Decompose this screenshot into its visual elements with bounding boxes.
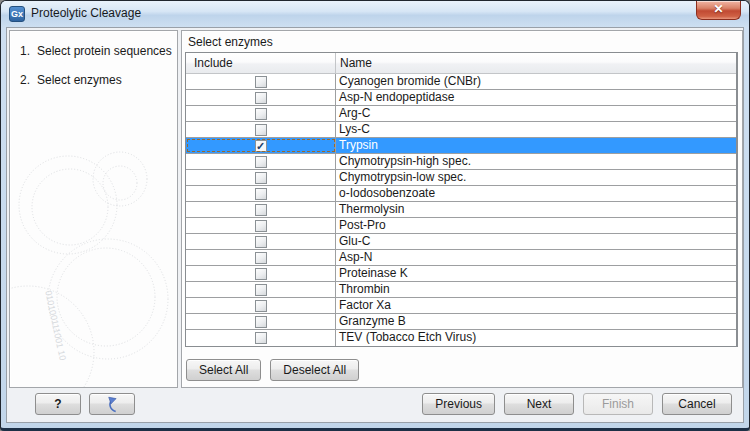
table-row[interactable]: Asp-N endopeptidase <box>186 90 736 106</box>
step-list: 1. Select protein sequences 2. Select en… <box>10 31 177 87</box>
include-cell <box>186 74 336 89</box>
include-cell <box>186 90 336 105</box>
include-cell <box>186 282 336 297</box>
enzyme-name: Granzyme B <box>336 314 736 329</box>
table-row[interactable]: Asp-N <box>186 250 736 266</box>
table-row[interactable]: Glu-C <box>186 234 736 250</box>
checkbox-unchecked[interactable] <box>255 204 267 216</box>
table-row[interactable]: TEV (Tobacco Etch Virus) <box>186 330 736 346</box>
enzyme-name: Thrombin <box>336 282 736 297</box>
reset-wizard-button[interactable] <box>89 393 135 415</box>
include-cell <box>186 234 336 249</box>
checkbox-unchecked[interactable] <box>255 316 267 328</box>
undo-arrow-icon <box>103 396 121 414</box>
step-select-enzymes: 2. Select enzymes <box>20 73 173 87</box>
window-title: Proteolytic Cleavage <box>31 1 141 26</box>
checkbox-unchecked[interactable] <box>255 76 267 88</box>
app-icon: Gx <box>9 6 25 22</box>
table-header: Include Name <box>186 53 736 74</box>
table-row[interactable]: Granzyme B <box>186 314 736 330</box>
next-button[interactable]: Next <box>504 393 574 415</box>
enzyme-table: Include Name Cyanogen bromide (CNBr)Asp-… <box>185 52 738 347</box>
checkbox-unchecked[interactable] <box>255 108 267 120</box>
checkbox-unchecked[interactable] <box>255 268 267 280</box>
wizard-steps-sidebar: 1. Select protein sequences 2. Select en… <box>9 30 178 388</box>
include-cell <box>186 106 336 121</box>
checkbox-unchecked[interactable] <box>255 252 267 264</box>
enzyme-name: Arg-C <box>336 106 736 121</box>
table-row[interactable]: Lys-C <box>186 122 736 138</box>
enzyme-name: Asp-N <box>336 250 736 265</box>
help-button[interactable]: ? <box>35 393 81 415</box>
close-icon: ✕ <box>713 2 723 16</box>
table-row[interactable]: Thrombin <box>186 282 736 298</box>
proteolytic-cleavage-dialog: Gx Proteolytic Cleavage ✕ 1. Select prot… <box>0 0 750 431</box>
previous-button[interactable]: Previous <box>422 393 495 415</box>
table-row[interactable]: ✓Trypsin <box>186 138 736 154</box>
enzyme-table-body: Cyanogen bromide (CNBr)Asp-N endopeptida… <box>186 74 736 346</box>
table-buttons: Select All Deselect All <box>186 359 359 381</box>
include-cell <box>186 298 336 313</box>
table-row[interactable]: Chymotrypsin-low spec. <box>186 170 736 186</box>
step-number: 2. <box>20 73 37 87</box>
include-cell <box>186 186 336 201</box>
panel-label: Select enzymes <box>188 35 273 49</box>
footer-left-buttons: ? <box>35 393 135 415</box>
finish-button[interactable]: Finish <box>583 393 653 415</box>
watermark-logo: 010100111001 10 <box>10 137 178 387</box>
enzyme-name: o-Iodosobenzoate <box>336 186 736 201</box>
enzyme-name: TEV (Tobacco Etch Virus) <box>336 330 736 346</box>
enzyme-name: Asp-N endopeptidase <box>336 90 736 105</box>
titlebar[interactable]: Gx Proteolytic Cleavage ✕ <box>1 1 749 27</box>
watermark-binary-text: 010100111001 10 <box>43 290 68 362</box>
checkbox-unchecked[interactable] <box>255 300 267 312</box>
checkbox-unchecked[interactable] <box>255 332 267 344</box>
table-row[interactable]: Arg-C <box>186 106 736 122</box>
enzyme-name: Thermolysin <box>336 202 736 217</box>
select-all-button[interactable]: Select All <box>186 359 261 381</box>
deselect-all-button[interactable]: Deselect All <box>270 359 359 381</box>
table-row[interactable]: Post-Pro <box>186 218 736 234</box>
enzyme-name: Post-Pro <box>336 218 736 233</box>
enzyme-name: Chymotrypsin-low spec. <box>336 170 736 185</box>
checkbox-unchecked[interactable] <box>255 236 267 248</box>
step-select-protein-sequences: 1. Select protein sequences <box>20 44 173 58</box>
include-cell <box>186 218 336 233</box>
table-row[interactable]: Proteinase K <box>186 266 736 282</box>
include-cell <box>186 250 336 265</box>
enzyme-name: Lys-C <box>336 122 736 137</box>
table-row[interactable]: Thermolysin <box>186 202 736 218</box>
checkbox-unchecked[interactable] <box>255 124 267 136</box>
table-row[interactable]: Cyanogen bromide (CNBr) <box>186 74 736 90</box>
checkbox-unchecked[interactable] <box>255 284 267 296</box>
step-number: 1. <box>20 44 37 58</box>
table-row[interactable]: Factor Xa <box>186 298 736 314</box>
close-button[interactable]: ✕ <box>696 1 741 20</box>
include-cell <box>186 314 336 329</box>
checkbox-checked[interactable]: ✓ <box>255 140 267 152</box>
footer-bar: ? Previous Next Finish Cancel <box>7 386 743 422</box>
checkbox-unchecked[interactable] <box>255 92 267 104</box>
include-cell <box>186 330 336 346</box>
include-cell: ✓ <box>186 138 336 153</box>
enzyme-name: Chymotrypsin-high spec. <box>336 154 736 169</box>
column-header-name[interactable]: Name <box>336 53 736 73</box>
enzyme-name: Proteinase K <box>336 266 736 281</box>
column-header-include[interactable]: Include <box>186 53 336 73</box>
checkbox-unchecked[interactable] <box>255 172 267 184</box>
cancel-button[interactable]: Cancel <box>662 393 732 415</box>
enzyme-name: Glu-C <box>336 234 736 249</box>
include-cell <box>186 202 336 217</box>
enzyme-name: Cyanogen bromide (CNBr) <box>336 74 736 89</box>
table-row[interactable]: Chymotrypsin-high spec. <box>186 154 736 170</box>
checkbox-unchecked[interactable] <box>255 220 267 232</box>
step-label: Select enzymes <box>37 73 122 87</box>
select-enzymes-panel: Select enzymes Include Name Cyanogen bro… <box>181 30 743 388</box>
include-cell <box>186 122 336 137</box>
footer-right-buttons: Previous Next Finish Cancel <box>422 393 732 415</box>
checkbox-unchecked[interactable] <box>255 188 267 200</box>
include-cell <box>186 266 336 281</box>
table-row[interactable]: o-Iodosobenzoate <box>186 186 736 202</box>
enzyme-name: Factor Xa <box>336 298 736 313</box>
checkbox-unchecked[interactable] <box>255 156 267 168</box>
